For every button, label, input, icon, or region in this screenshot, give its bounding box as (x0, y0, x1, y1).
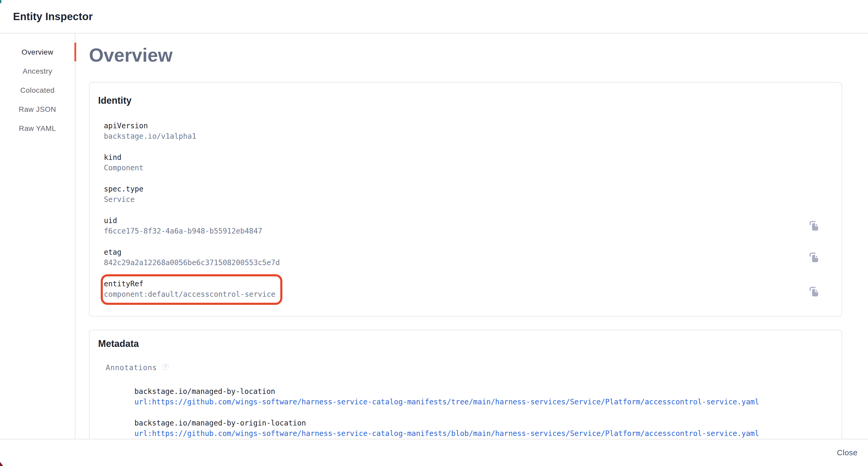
sidebar-tab-ancestry[interactable]: Ancestry (0, 62, 75, 81)
field-label: spec.type (104, 184, 144, 194)
dialog-header: Entity Inspector (0, 0, 868, 33)
field-label: kind (104, 152, 144, 163)
annotation-entry: backstage.io/managed-by-location url:htt… (134, 386, 820, 407)
annotation-key: backstage.io/managed-by-location (134, 386, 820, 397)
entity-inspector-dialog: Entity Inspector OverviewAncestryColocat… (0, 0, 868, 466)
field-group: apiVersion backstage.io/v1alpha1 (104, 121, 196, 142)
field-value: component:default/accesscontrol-service (104, 289, 275, 300)
copy-icon (808, 220, 820, 232)
dialog-body: OverviewAncestryColocatedRaw JSONRaw YAM… (0, 33, 868, 439)
screen-artifact (0, 0, 1, 3)
sidebar-tab-raw-yaml[interactable]: Raw YAML (0, 119, 75, 138)
annotation-link[interactable]: url:https://github.com/wings-software/ha… (134, 428, 820, 439)
help-icon[interactable]: ? (162, 363, 169, 370)
field-value: 842c29a2a12268a0056be6c371508200553c5e7d (104, 258, 280, 268)
copy-icon (808, 286, 820, 298)
metadata-card-title: Metadata (98, 338, 820, 349)
field-label: etag (104, 247, 280, 258)
identity-card-title: Identity (98, 95, 820, 106)
annotation-entry: backstage.io/managed-by-origin-location … (134, 418, 820, 439)
tab-panel-overview: Overview Identity apiVersion backstage.i… (75, 33, 868, 439)
identity-card: Identity apiVersion backstage.io/v1alpha… (89, 82, 842, 317)
identity-field-row: entityRef component:default/accesscontro… (104, 279, 820, 305)
annotation-link[interactable]: url:https://github.com/wings-software/ha… (134, 397, 820, 407)
identity-fields: apiVersion backstage.io/v1alpha1 kind Co… (104, 121, 820, 305)
annotations-label: Annotations (106, 362, 157, 373)
copy-button[interactable] (808, 286, 820, 298)
copy-button[interactable] (808, 220, 820, 232)
field-value: f6cce175-8f32-4a6a-b948-b55912eb4847 (104, 226, 262, 236)
field-label: uid (104, 215, 262, 226)
identity-field-row: kind Component (104, 152, 820, 173)
sidebar-tab-raw-json[interactable]: Raw JSON (0, 100, 75, 119)
annotations-section-header: Annotations ? (106, 362, 820, 373)
identity-field-row: uid f6cce175-8f32-4a6a-b948-b55912eb4847 (104, 215, 820, 236)
identity-field-row: apiVersion backstage.io/v1alpha1 (104, 121, 820, 142)
annotation-entries: backstage.io/managed-by-location url:htt… (134, 386, 820, 439)
annotation-key: backstage.io/managed-by-origin-location (134, 418, 820, 428)
field-value: backstage.io/v1alpha1 (104, 131, 196, 142)
field-group: etag 842c29a2a12268a0056be6c371508200553… (104, 247, 280, 268)
field-label: entityRef (104, 279, 275, 289)
page-title: Overview (89, 43, 868, 67)
close-button[interactable]: Close (833, 446, 862, 460)
field-label: apiVersion (104, 121, 196, 131)
field-group: kind Component (104, 152, 144, 173)
field-group-highlighted: entityRef component:default/accesscontro… (101, 274, 282, 305)
metadata-card: Metadata Annotations ? backstage.io/mana… (89, 330, 842, 439)
identity-field-row: etag 842c29a2a12268a0056be6c371508200553… (104, 247, 820, 268)
inspector-tabs: OverviewAncestryColocatedRaw JSONRaw YAM… (0, 33, 75, 439)
copy-button[interactable] (808, 252, 820, 264)
copy-icon (808, 252, 820, 264)
field-value: Component (104, 163, 144, 173)
field-group: uid f6cce175-8f32-4a6a-b948-b55912eb4847 (104, 215, 262, 236)
field-value: Service (104, 194, 144, 205)
identity-field-row: spec.type Service (104, 184, 820, 205)
sidebar-tab-colocated[interactable]: Colocated (0, 81, 75, 100)
field-group: spec.type Service (104, 184, 144, 205)
dialog-title: Entity Inspector (13, 11, 93, 23)
dialog-footer: Close (0, 439, 868, 466)
sidebar-tab-overview[interactable]: Overview (0, 42, 75, 62)
